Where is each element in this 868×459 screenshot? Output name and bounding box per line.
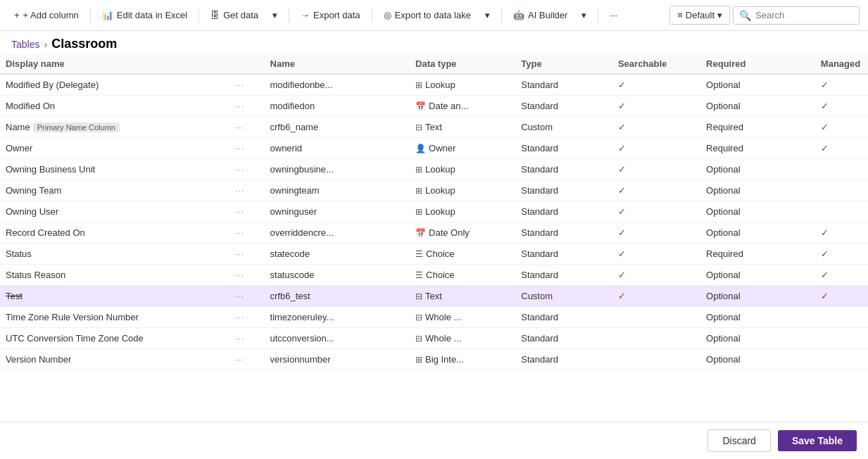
get-data-button[interactable]: 🗄 Get data	[205, 6, 264, 24]
cell-dots-menu[interactable]: ···	[229, 180, 264, 201]
more-button[interactable]: ···	[604, 6, 623, 24]
cell-dots-menu[interactable]: ···	[229, 244, 264, 265]
cell-managed: ✓	[815, 117, 868, 138]
type-icon: ⊟	[415, 291, 422, 301]
cell-logical-name: crfb6_name	[265, 117, 410, 138]
table-row[interactable]: Record Created On···overriddencre...📅Dat…	[0, 222, 868, 244]
type-icon: ⊞	[415, 186, 422, 196]
cell-managed: ✓	[815, 265, 868, 286]
default-view-button[interactable]: ≡ Default ▾	[669, 6, 730, 25]
search-input[interactable]	[755, 10, 847, 20]
ai-builder-button[interactable]: 🤖 AI Builder	[508, 6, 573, 24]
row-name-text: Modified On	[6, 101, 55, 111]
col-header-searchable: Searchable	[612, 54, 700, 74]
discard-button[interactable]: Discard	[707, 429, 770, 452]
breadcrumb-tables-link[interactable]: Tables	[11, 39, 39, 50]
table-row[interactable]: Owning Team···owningteam⊞LookupStandard✓…	[0, 180, 868, 201]
table-row[interactable]: Owning User···owninguser⊞LookupStandard✓…	[0, 201, 868, 222]
ai-icon: 🤖	[513, 10, 524, 20]
cell-required: Optional	[700, 222, 815, 244]
type-icon: 👤	[415, 144, 426, 153]
cell-display-name: Status	[0, 244, 229, 265]
cell-required: Optional	[700, 286, 815, 307]
save-table-button[interactable]: Save Table	[778, 430, 857, 451]
row-name-text: Owning Business Unit	[6, 164, 95, 175]
divider-3	[289, 8, 289, 23]
row-name-text: Name	[6, 122, 30, 132]
cell-display-name: Record Created On	[0, 222, 229, 244]
cell-logical-name: owninguser	[265, 201, 410, 222]
cell-dots-menu[interactable]: ···	[229, 265, 264, 286]
export-lake-dropdown-button[interactable]: ▾	[479, 6, 496, 24]
table-header-row: Display name Name Data type Type Searcha…	[0, 54, 868, 74]
cell-managed	[815, 307, 868, 328]
cell-dots-menu[interactable]: ···	[229, 349, 264, 370]
managed-check-icon: ✓	[821, 291, 829, 301]
breadcrumb-separator: ›	[44, 39, 47, 50]
cell-logical-name: owningbusine...	[265, 159, 410, 180]
cell-required: Optional	[700, 96, 815, 117]
cell-dots-menu[interactable]: ···	[229, 138, 264, 159]
managed-check-icon: ✓	[821, 101, 829, 111]
search-box[interactable]: 🔍	[733, 6, 860, 25]
export-data-button[interactable]: → Export data	[295, 6, 366, 24]
cell-dots-menu[interactable]: ···	[229, 222, 264, 244]
cell-dots-menu[interactable]: ···	[229, 117, 264, 138]
table-row[interactable]: NamePrimary Name Column···crfb6_name⊟Tex…	[0, 117, 868, 138]
cell-type: Standard	[515, 159, 612, 180]
cell-dots-menu[interactable]: ···	[229, 96, 264, 117]
cell-dots-menu[interactable]: ···	[229, 328, 264, 349]
cell-data-type: ⊞Lookup	[410, 180, 515, 201]
check-icon: ✓	[618, 143, 626, 153]
cell-dots-menu[interactable]: ···	[229, 201, 264, 222]
table-row[interactable]: Version Number···versionnumber⊞Big Inte.…	[0, 349, 868, 370]
export-lake-button[interactable]: ◎ Export to data lake	[378, 6, 477, 24]
edit-excel-button[interactable]: 📊 Edit data in Excel	[96, 6, 193, 24]
table-row[interactable]: Owning Business Unit···owningbusine...⊞L…	[0, 159, 868, 180]
cell-dots-menu[interactable]: ···	[229, 286, 264, 307]
cell-logical-name: timezoneruley...	[265, 307, 410, 328]
cell-dots-menu[interactable]: ···	[229, 159, 264, 180]
cell-display-name: NamePrimary Name Column	[0, 117, 229, 138]
table-row[interactable]: Status Reason···statuscode☰ChoiceStandar…	[0, 265, 868, 286]
cell-logical-name: statuscode	[265, 265, 410, 286]
check-icon: ✓	[618, 80, 626, 90]
cell-required: Optional	[700, 201, 815, 222]
cell-data-type: ⊟Whole ...	[410, 328, 515, 349]
cell-type: Standard	[515, 96, 612, 117]
cell-type: Standard	[515, 244, 612, 265]
table-row[interactable]: Status···statecode☰ChoiceStandard✓Requir…	[0, 244, 868, 265]
cell-dots-menu[interactable]: ···	[229, 307, 264, 328]
type-icon: ⊞	[415, 165, 422, 175]
table-row[interactable]: Time Zone Rule Version Number···timezone…	[0, 307, 868, 328]
cell-managed: ✓	[815, 286, 868, 307]
chevron-down-icon: ▾	[272, 10, 277, 20]
get-data-dropdown-button[interactable]: ▾	[267, 6, 283, 24]
add-column-button[interactable]: + + Add column	[8, 6, 84, 24]
table-container: Display name Name Data type Type Searcha…	[0, 54, 868, 422]
cell-dots-menu[interactable]: ···	[229, 74, 264, 96]
row-name-text: UTC Conversion Time Zone Code	[6, 333, 144, 344]
cell-display-name: Test	[0, 286, 229, 307]
cell-searchable: ✓	[612, 201, 700, 222]
cell-searchable: ✓	[612, 222, 700, 244]
cell-type: Standard	[515, 180, 612, 201]
table-row[interactable]: Modified On···modifiedon📅Date an...Stand…	[0, 96, 868, 117]
breadcrumb: Tables › Classroom	[0, 31, 868, 54]
cell-searchable: ✓	[612, 74, 700, 96]
type-icon: ⊟	[415, 122, 422, 132]
cell-searchable	[612, 307, 700, 328]
table-body: Modified By (Delegate)···modifiedonbe...…	[0, 74, 868, 370]
type-icon: 📅	[415, 228, 426, 238]
row-name-text: Owner	[6, 143, 32, 153]
cell-searchable	[612, 349, 700, 370]
table-row[interactable]: UTC Conversion Time Zone Code···utcconve…	[0, 328, 868, 349]
table-row[interactable]: Owner···ownerid👤OwnerStandard✓Required✓	[0, 138, 868, 159]
lake-icon: ◎	[384, 10, 391, 20]
table-row[interactable]: Test···crfb6_test⊟TextCustom✓Optional✓	[0, 286, 868, 307]
ai-builder-dropdown-button[interactable]: ▾	[576, 6, 592, 24]
lines-icon: ≡	[677, 10, 683, 20]
cell-type: Standard	[515, 222, 612, 244]
table-row[interactable]: Modified By (Delegate)···modifiedonbe...…	[0, 74, 868, 96]
cell-managed	[815, 328, 868, 349]
